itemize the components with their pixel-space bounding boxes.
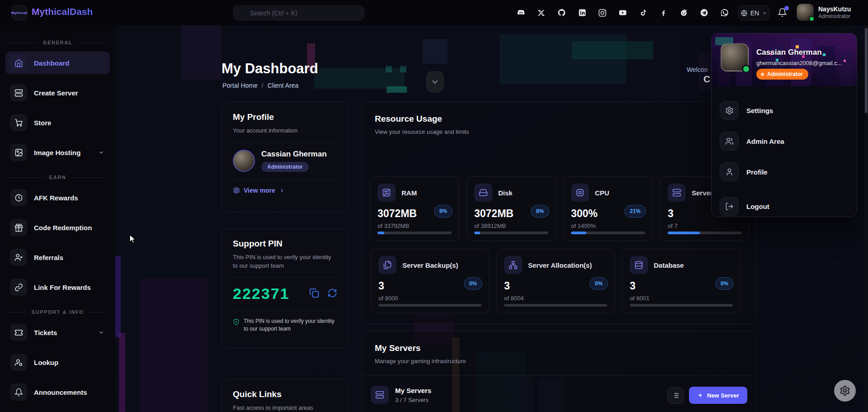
plus-icon — [697, 392, 703, 398]
support-pin-value: 222371 — [233, 285, 301, 303]
stat-card-server-allocations: Server Allocation(s) 3 of 8004 0% — [496, 249, 615, 313]
x-twitter-icon[interactable] — [537, 9, 546, 17]
profile-card-subtitle: Your account information — [233, 126, 337, 135]
sidebar-item-link-for-rewards[interactable]: Link For Rewards — [5, 276, 110, 298]
menu-item-label: Settings — [746, 107, 773, 114]
facebook-icon[interactable] — [659, 9, 668, 17]
sidebar-item-label: Link For Rewards — [34, 284, 105, 291]
new-server-label: New Server — [707, 392, 739, 399]
sidebar-item-label: Dashboard — [34, 59, 105, 67]
stat-percent-badge: 0% — [590, 277, 608, 290]
regenerate-pin-button[interactable] — [327, 288, 337, 300]
sidebar-item-store[interactable]: Store — [5, 111, 110, 134]
my-servers-row: My Servers 3 / 7 Servers — [371, 386, 431, 404]
ticket-icon — [10, 324, 27, 341]
sidebar-item-create-server[interactable]: Create Server — [5, 81, 110, 104]
sidebar-section-support-info: SUPPORT & INFO — [8, 309, 107, 315]
gear-icon — [233, 187, 240, 194]
youtube-icon[interactable] — [618, 9, 627, 17]
instagram-icon[interactable] — [598, 9, 607, 17]
breadcrumb-client-area[interactable]: Client Area — [268, 82, 298, 89]
my-servers-title: My Servers — [375, 343, 756, 353]
sidebar-item-label: Announcements — [34, 388, 105, 396]
cart-icon — [10, 114, 27, 131]
sidebar-item-label: Code Redemption — [34, 224, 105, 232]
view-more-link[interactable]: View more — [233, 187, 337, 194]
stat-label: Database — [654, 261, 684, 269]
stat-percent-badge: 21% — [624, 205, 646, 218]
copy-pin-button[interactable] — [309, 288, 319, 300]
breadcrumb: Portal Home / Client Area — [222, 82, 298, 89]
sidebar-item-label: Image Hosting — [34, 149, 91, 156]
cpu-icon — [571, 184, 589, 202]
linkedin-icon[interactable] — [578, 9, 586, 17]
topbar-user-menu[interactable]: NaysKutzu Administrator — [797, 4, 851, 21]
breadcrumb-portal-home[interactable]: Portal Home — [222, 82, 258, 89]
server-icon — [668, 184, 686, 202]
sidebar-item-announcements[interactable]: Announcements — [5, 381, 110, 403]
menu-item-logout[interactable]: Logout — [720, 194, 849, 217]
sidebar-item-lookup[interactable]: Lookup — [5, 351, 110, 374]
whatsapp-icon[interactable] — [720, 9, 729, 17]
link-icon — [10, 279, 27, 296]
github-icon[interactable] — [557, 9, 566, 17]
sidebar-item-afk-rewards[interactable]: AFK Rewards — [5, 186, 110, 209]
settings-fab-button[interactable] — [834, 380, 856, 402]
user-dropdown-menu: Cassian Gherman ghermancassian2008@gmail… — [711, 33, 857, 217]
sidebar-item-image-hosting[interactable]: Image Hosting — [5, 141, 110, 164]
telegram-icon[interactable] — [700, 9, 708, 17]
menu-item-label: Logout — [746, 203, 769, 210]
app-root: Mythical MythicalDash EN Na — [0, 0, 868, 412]
stat-limit: of 1400% — [571, 223, 645, 229]
tiktok-icon[interactable] — [639, 9, 647, 17]
scrollbar-thumb[interactable] — [865, 28, 868, 113]
gear-icon — [720, 101, 739, 120]
app-logo[interactable]: Mythical — [12, 5, 27, 20]
stat-limit: of 8000 — [378, 295, 481, 302]
stat-label: Server Allocation(s) — [528, 261, 592, 269]
chevron-down-icon — [98, 149, 104, 156]
divider — [231, 179, 339, 180]
database-icon — [630, 256, 648, 274]
hard-drive-icon — [474, 184, 492, 202]
progress-bar — [377, 232, 452, 234]
sidebar-item-tickets[interactable]: Tickets — [5, 321, 110, 344]
bell-icon — [10, 384, 27, 401]
sidebar-item-label: Lookup — [34, 359, 105, 366]
topbar-user-role: Administrator — [818, 13, 851, 19]
list-view-button[interactable] — [667, 387, 684, 404]
stat-percent-badge: 9% — [434, 205, 453, 218]
stat-label: Server Backup(s) — [402, 261, 458, 269]
stat-card-database: Database 3 of 8001 0% — [622, 249, 741, 313]
sidebar-item-referrals[interactable]: Referrals — [5, 246, 110, 269]
stat-percent-badge: 0% — [464, 277, 482, 290]
new-server-button[interactable]: New Server — [689, 387, 747, 404]
language-selector[interactable]: EN — [738, 5, 769, 20]
profile-card-title: My Profile — [233, 112, 337, 122]
stat-percent-badge: 8% — [531, 205, 549, 218]
menu-item-profile[interactable]: Profile — [720, 160, 849, 184]
reddit-icon[interactable] — [679, 9, 688, 17]
menu-item-settings[interactable]: Settings — [720, 98, 849, 123]
stat-card-disk: Disk 3072MB of 38912MB 8% — [467, 176, 556, 241]
sidebar-item-label: Store — [34, 119, 105, 127]
sidebar-item-code-redemption[interactable]: Code Redemption — [5, 216, 110, 239]
scroll-down-badge[interactable] — [426, 71, 443, 92]
menu-item-label: Admin Area — [746, 137, 784, 145]
stat-limit: of 8001 — [630, 295, 733, 302]
sidebar-item-dashboard[interactable]: Dashboard — [5, 52, 110, 74]
language-label: EN — [750, 9, 759, 17]
discord-icon[interactable] — [517, 9, 525, 17]
search-input[interactable] — [233, 5, 364, 20]
view-more-label: View more — [244, 187, 275, 194]
avatar — [233, 150, 255, 172]
stat-limit: of 7 — [668, 223, 742, 229]
topbar-user-name: NaysKutzu — [818, 5, 851, 13]
menu-item-label: Profile — [746, 168, 768, 176]
menu-item-admin-area[interactable]: Admin Area — [720, 129, 849, 153]
sidebar-item-label: Tickets — [34, 329, 91, 336]
server-icon — [10, 84, 27, 101]
user-icon — [720, 162, 739, 181]
support-pin-title: Support PIN — [233, 239, 337, 249]
topbar: Mythical MythicalDash EN Na — [0, 0, 868, 25]
